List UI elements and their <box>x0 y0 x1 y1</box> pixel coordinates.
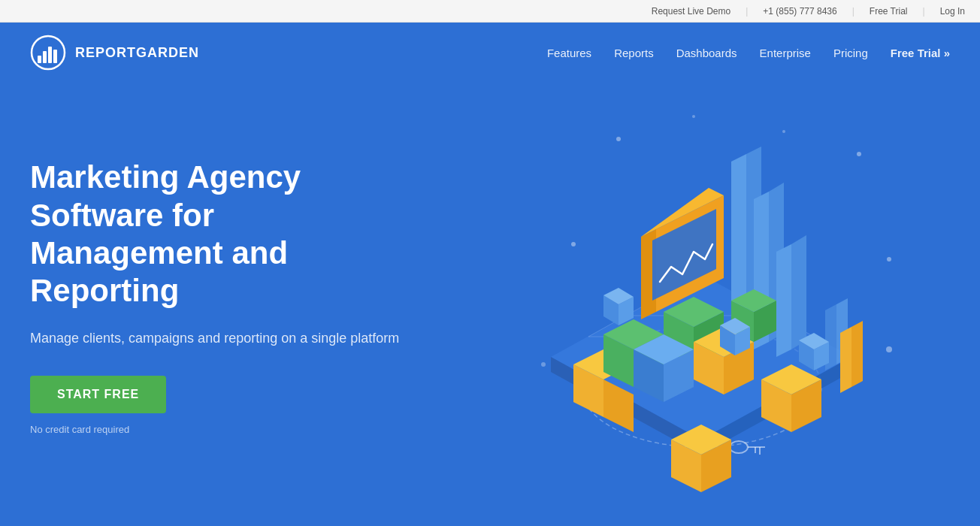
nav-free-trial[interactable]: Free Trial » <box>891 47 950 59</box>
nav-dashboards[interactable]: Dashboards <box>676 47 737 59</box>
hero-subheading: Manage clients, campaigns and reporting … <box>30 328 421 349</box>
svg-point-66 <box>730 441 748 453</box>
divider-3: | <box>923 6 925 17</box>
main-nav: REPORTGARDEN Features Reports Dashboards… <box>0 23 980 83</box>
nav-reports[interactable]: Reports <box>614 47 654 59</box>
nav-enterprise[interactable]: Enterprise <box>760 47 811 59</box>
phone-link[interactable]: +1 (855) 777 8436 <box>763 6 836 17</box>
divider-1: | <box>746 6 748 17</box>
svg-point-9 <box>692 115 695 118</box>
svg-point-11 <box>541 362 546 367</box>
hero-section: Marketing Agency Software for Management… <box>0 83 980 526</box>
nav-pricing[interactable]: Pricing <box>833 47 868 59</box>
svg-rect-2 <box>43 51 47 63</box>
svg-marker-28 <box>776 244 791 357</box>
hero-illustration <box>392 83 980 526</box>
nav-features[interactable]: Features <box>547 47 591 59</box>
iso-illustration <box>468 94 904 515</box>
top-bar: Request Live Demo | +1 (855) 777 8436 | … <box>0 0 980 23</box>
logo-link[interactable]: REPORTGARDEN <box>30 35 199 71</box>
svg-rect-1 <box>38 56 41 63</box>
svg-point-10 <box>782 130 785 133</box>
svg-point-6 <box>857 152 861 156</box>
svg-point-7 <box>571 242 576 246</box>
svg-point-12 <box>886 346 892 352</box>
request-demo-link[interactable]: Request Live Demo <box>652 6 730 17</box>
svg-marker-32 <box>851 321 863 387</box>
svg-marker-27 <box>791 235 806 349</box>
hero-headline: Marketing Agency Software for Management… <box>30 159 421 310</box>
no-credit-note: No credit card required <box>30 424 421 435</box>
svg-marker-33 <box>840 327 851 393</box>
free-trial-topbar-link[interactable]: Free Trial <box>870 6 908 17</box>
divider-2: | <box>852 6 854 17</box>
svg-point-8 <box>887 257 891 261</box>
nav-links: Features Reports Dashboards Enterprise P… <box>547 47 950 59</box>
logo-icon <box>30 35 66 71</box>
login-link[interactable]: Log In <box>940 6 965 17</box>
svg-point-5 <box>616 137 621 141</box>
svg-rect-4 <box>53 50 57 63</box>
start-free-button[interactable]: START FREE <box>30 376 166 413</box>
logo-text: REPORTGARDEN <box>75 45 199 61</box>
hero-content: Marketing Agency Software for Management… <box>30 159 421 435</box>
svg-rect-3 <box>48 47 52 63</box>
